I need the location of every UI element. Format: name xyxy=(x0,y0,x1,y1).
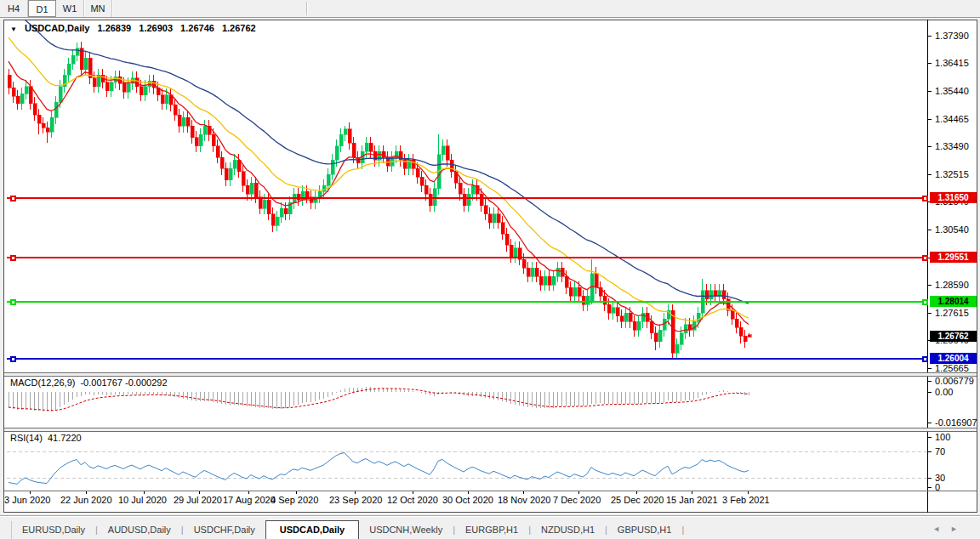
tab-audusd-daily[interactable]: AUDUSD,Daily xyxy=(98,521,181,539)
y-axis-tick-label: 1.33490 xyxy=(935,141,969,151)
x-axis-date-label: 3 Feb 2021 xyxy=(722,495,770,505)
y-axis-tick-label: 1.30540 xyxy=(935,224,969,235)
chart-high-value: 1.26903 xyxy=(139,23,173,33)
y-axis-tick-label: 1.32515 xyxy=(935,169,969,179)
tab-eurusd-daily[interactable]: EURUSD,Daily xyxy=(12,521,95,539)
support-line-handle[interactable] xyxy=(10,299,16,305)
y-axis-tick-label: 1.25665 xyxy=(935,363,969,373)
x-axis-date-label: 12 Oct 2020 xyxy=(387,495,438,505)
price-axis-line xyxy=(927,20,928,513)
tab-scroll-arrows[interactable]: ◄► xyxy=(932,525,980,539)
candlestick-series xyxy=(8,42,751,359)
panel-splitter-dates xyxy=(4,491,977,491)
rsi-value: 41.7220 xyxy=(48,433,82,443)
y-axis-tick-label: 1.36415 xyxy=(935,58,969,68)
tab-nzdusd-h1[interactable]: NZDUSD,H1 xyxy=(531,521,605,539)
resistance-line-handle[interactable] xyxy=(10,196,16,201)
y-axis-tick-label: 1.35440 xyxy=(935,86,969,96)
tab-gbpusd-h1[interactable]: GBPUSD,H1 xyxy=(607,521,682,539)
tab-usdchf-daily[interactable]: USDCHF,Daily xyxy=(184,521,265,539)
macd-histogram xyxy=(9,387,749,411)
support-line-axis-marker xyxy=(922,356,928,362)
y-axis-tick-label: 1.27615 xyxy=(935,308,969,318)
rsi-axis-label: 0 xyxy=(935,482,940,492)
chart-close-value: 1.26762 xyxy=(222,23,256,33)
x-axis-date-label: 3 Jun 2020 xyxy=(4,495,50,505)
x-axis-date-label: 10 Jul 2020 xyxy=(118,495,167,505)
chart-symbol-label: USDCAD,Daily xyxy=(25,23,89,33)
tab-usdcnh-weekly[interactable]: USDCNH,Weekly xyxy=(359,521,453,539)
macd-axis-label: 0.00 xyxy=(935,387,953,397)
x-axis-date-label: 17 Aug 2020 xyxy=(223,495,276,505)
support-line-axis-marker xyxy=(922,299,928,305)
symbol-tab-bar: EURUSD,Daily | AUDUSD,Daily | USDCHF,Dai… xyxy=(0,515,980,539)
tab-bar-stub xyxy=(0,521,12,539)
rsi-indicator-label: RSI(14)41.7220 xyxy=(10,433,82,443)
panel-splitter-macd[interactable] xyxy=(4,372,977,377)
x-axis-date-label: 23 Sep 2020 xyxy=(329,495,382,505)
macd-axis-label: -0.016907 xyxy=(935,417,977,428)
rsi-axis-label: 70 xyxy=(935,446,945,457)
x-axis-date-label: 7 Dec 2020 xyxy=(553,495,601,505)
resistance-line-axis-marker xyxy=(922,196,928,201)
x-axis-date-label: 25 Dec 2020 xyxy=(611,495,664,505)
x-axis-date-label: 22 Jun 2020 xyxy=(60,495,112,505)
y-axis-tick-label: 1.28590 xyxy=(935,280,969,290)
rsi-axis-label: 100 xyxy=(935,432,950,442)
macd-values: -0.001767 -0.000292 xyxy=(80,377,167,388)
tab-separator: | xyxy=(681,525,684,539)
x-axis-date-label: 15 Jan 2021 xyxy=(666,495,718,505)
ma-fast-line xyxy=(9,61,749,332)
chart-open-value: 1.26839 xyxy=(97,23,131,33)
tab-scroll-left-icon: ◄ xyxy=(932,525,950,533)
support-line-price-tag: 1.26004 xyxy=(930,353,977,364)
macd-axis-label: 0.006779 xyxy=(935,376,974,386)
x-axis-date-label: 30 Oct 2020 xyxy=(442,495,493,505)
tab-usdcad-daily[interactable]: USDCAD,Daily xyxy=(265,520,359,539)
macd-indicator-label: MACD(12,26,9)-0.001767 -0.000292 xyxy=(10,377,168,388)
x-axis-date-label: 29 Jul 2020 xyxy=(174,495,222,505)
rsi-line xyxy=(9,453,749,485)
resistance-line-price-tag: 1.29551 xyxy=(930,252,977,263)
support-line-price-tag: 1.28014 xyxy=(930,296,977,307)
chart-low-value: 1.26746 xyxy=(180,23,214,33)
current-price-price-tag: 1.26762 xyxy=(930,331,977,342)
panel-splitter-rsi[interactable] xyxy=(4,428,977,432)
chart-title: ▼ USDCAD,Daily 1.26839 1.26903 1.26746 1… xyxy=(10,23,261,33)
resistance-line-price-tag: 1.31650 xyxy=(930,192,977,203)
resistance-line-handle[interactable] xyxy=(10,255,16,261)
y-axis-tick-label: 1.37390 xyxy=(935,31,969,41)
tab-scroll-right-icon: ► xyxy=(950,525,968,533)
chevron-down-icon[interactable]: ▼ xyxy=(10,26,17,33)
x-axis-date-label: 18 Nov 2020 xyxy=(498,495,550,505)
resistance-line-axis-marker xyxy=(922,255,928,261)
x-axis-date-label: 4 Sep 2020 xyxy=(271,495,318,505)
support-line-handle[interactable] xyxy=(10,356,16,362)
tab-eurgbp-h1[interactable]: EURGBP,H1 xyxy=(455,521,528,539)
price-chart-canvas[interactable] xyxy=(0,0,980,539)
y-axis-tick-label: 1.34465 xyxy=(935,114,969,124)
